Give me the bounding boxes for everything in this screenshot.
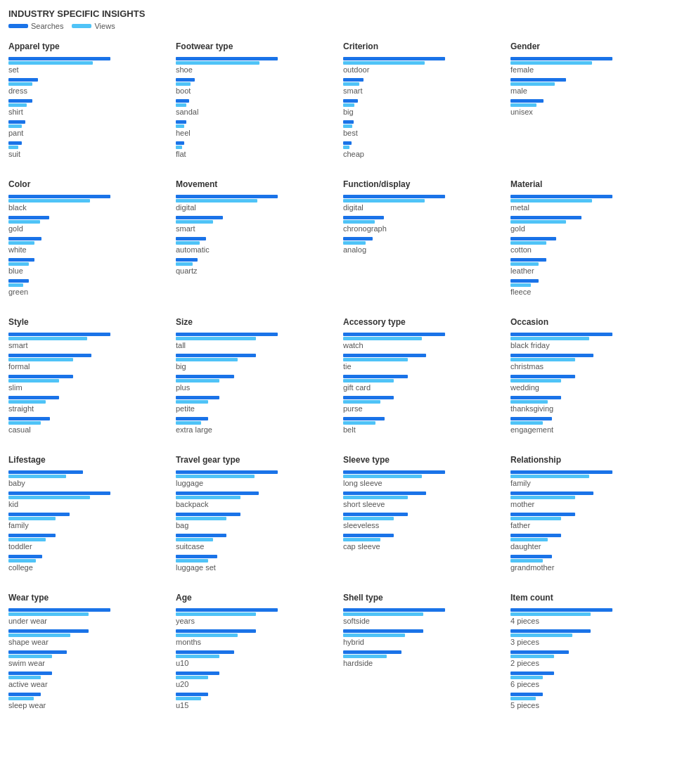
searches-bar <box>176 141 184 145</box>
bar-label: cheap <box>343 150 499 158</box>
bar-label: sleeveless <box>343 521 499 529</box>
bar-row: u20 <box>176 671 332 688</box>
bar-label: swim wear <box>8 659 165 667</box>
bar-label: mother <box>510 500 667 508</box>
bar-label: male <box>510 86 667 95</box>
bar-group <box>510 513 667 520</box>
searches-bar <box>510 99 544 103</box>
bar-label: college <box>8 563 165 572</box>
bar-label: black <box>8 203 165 212</box>
views-bar <box>8 379 59 383</box>
views-bar <box>8 358 73 361</box>
section-title-relationship: Relationship <box>510 455 667 465</box>
bar-group <box>343 354 499 361</box>
bar-group <box>510 470 667 478</box>
bar-label: best <box>343 129 499 137</box>
legend-views: Views <box>72 22 115 30</box>
section-title-style: Style <box>8 317 165 327</box>
searches-bar <box>343 629 423 633</box>
searches-bar <box>8 375 73 378</box>
bar-group <box>176 120 332 128</box>
bar-label: hardside <box>343 659 499 667</box>
bar-label: hybrid <box>343 638 499 646</box>
bar-row: tall <box>176 333 332 349</box>
section-title-footwear-type: Footwear type <box>176 41 332 51</box>
views-bar <box>8 220 40 224</box>
bar-row: kid <box>8 491 165 508</box>
views-bar <box>343 612 423 616</box>
bar-group <box>510 396 667 404</box>
legend-views-bar <box>72 24 91 28</box>
bar-row: best <box>343 120 499 137</box>
searches-bar <box>8 354 91 357</box>
section-color: Colorblackgoldwhitebluegreen <box>8 179 165 300</box>
bar-label: leather <box>510 266 667 275</box>
searches-bar <box>510 375 575 378</box>
bar-group <box>510 279 667 287</box>
bar-row: backpack <box>176 491 332 508</box>
searches-bar <box>510 491 593 495</box>
bar-row: engagement <box>510 417 667 434</box>
searches-bar <box>8 650 67 654</box>
searches-bar <box>176 608 278 612</box>
bar-group <box>176 417 332 425</box>
bar-label: family <box>510 479 667 487</box>
searches-bar <box>176 513 240 516</box>
bar-group <box>343 608 499 616</box>
views-bar <box>510 421 543 425</box>
section-footwear-type: Footwear typeshoebootsandalheelflat <box>176 41 332 162</box>
bar-label: luggage <box>176 479 332 487</box>
bar-row: cotton <box>510 237 667 254</box>
bar-row: leather <box>510 258 667 275</box>
bar-label: under wear <box>8 617 165 625</box>
searches-bar <box>8 608 110 612</box>
section-title-criterion: Criterion <box>343 41 499 51</box>
bar-row: suit <box>8 141 165 158</box>
searches-bar <box>8 513 70 516</box>
searches-bar <box>176 57 278 60</box>
views-bar <box>343 103 354 107</box>
bar-group <box>176 258 332 266</box>
bar-group <box>176 693 332 700</box>
searches-bar <box>510 470 612 474</box>
bar-row: tie <box>343 354 499 371</box>
bar-row: green <box>8 279 165 296</box>
bar-row: heel <box>176 120 332 137</box>
views-bar <box>343 421 375 425</box>
searches-bar <box>343 375 408 378</box>
bar-label: extra large <box>176 425 332 434</box>
bar-row: cap sleeve <box>343 534 499 551</box>
section-title-movement: Movement <box>176 179 332 189</box>
bar-group <box>176 671 332 679</box>
bar-group <box>343 78 499 86</box>
bar-label: short sleeve <box>343 500 499 508</box>
bar-label: blue <box>8 266 165 275</box>
searches-bar <box>8 491 110 495</box>
views-bar <box>8 612 89 616</box>
searches-bar <box>343 78 364 82</box>
bar-group <box>343 195 499 203</box>
bar-group <box>176 513 332 520</box>
views-bar <box>176 337 256 340</box>
bar-label: chronograph <box>343 224 499 233</box>
bar-label: analog <box>343 245 499 254</box>
bar-row: christmas <box>510 354 667 371</box>
bar-row: petite <box>176 396 332 413</box>
searches-bar <box>343 650 401 654</box>
bar-row: big <box>343 99 499 116</box>
views-bar <box>343 358 408 361</box>
bar-row: analog <box>343 237 499 254</box>
bar-group <box>510 608 667 616</box>
searches-bar <box>510 195 612 198</box>
bar-group <box>510 417 667 425</box>
bar-row: months <box>176 629 332 646</box>
section-item-count: Item count4 pieces3 pieces2 pieces6 piec… <box>510 593 667 714</box>
views-bar <box>343 475 422 478</box>
legend-views-label: Views <box>94 22 115 30</box>
searches-bar <box>8 470 83 474</box>
views-bar <box>176 379 219 383</box>
bar-label: tie <box>343 362 499 371</box>
bar-row: college <box>8 555 165 572</box>
views-bar <box>176 634 238 637</box>
bar-row: long sleeve <box>343 470 499 487</box>
